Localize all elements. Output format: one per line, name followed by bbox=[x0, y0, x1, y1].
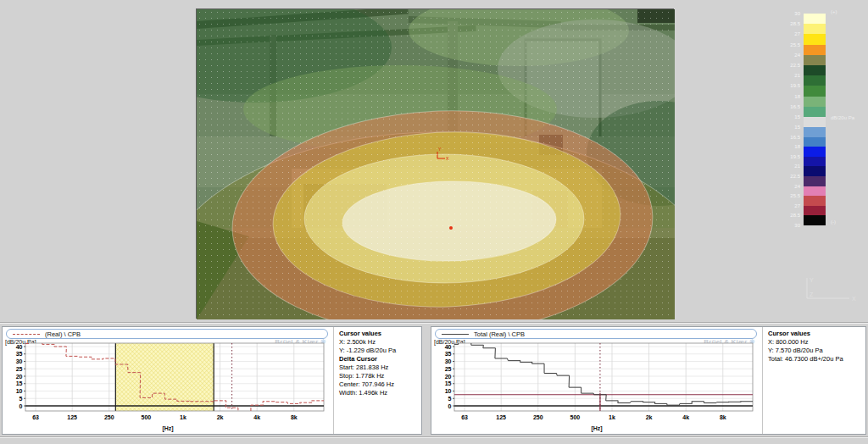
y-tick-label: 5 bbox=[448, 396, 452, 402]
colorbar-tick-label: 27 bbox=[763, 203, 800, 209]
y-tick-label: 20 bbox=[445, 374, 452, 380]
cursor-value-row: Width: 1.496k Hz bbox=[339, 389, 421, 397]
colorbar-tick-label: 25.5 bbox=[763, 193, 800, 199]
cursor-section-title: Cursor values bbox=[768, 330, 865, 338]
y-tick-label: 40 bbox=[16, 344, 23, 350]
x-tick-label: 63 bbox=[32, 414, 39, 420]
y-tick-label: 5 bbox=[19, 396, 23, 402]
colorbar-tick-label: 25.5 bbox=[763, 42, 800, 48]
colorbar-plus-sign: (+) bbox=[831, 9, 837, 14]
colorbar-unit-label: dB/20u Pa bbox=[831, 115, 854, 120]
colorbar-minus-sign: (-) bbox=[831, 219, 836, 225]
x-tick-label: 500 bbox=[570, 414, 581, 420]
x-tick-label: 2k bbox=[646, 414, 653, 420]
colorbar-segment-positive bbox=[804, 45, 826, 55]
colorbar-segment-positive bbox=[804, 24, 826, 34]
colorbar-tick-label: 24 bbox=[763, 184, 800, 190]
colorbar-tick-label: 18 bbox=[763, 144, 800, 150]
colorbar-tick-label: 22.5 bbox=[763, 174, 800, 180]
svg-text:Z: Z bbox=[810, 291, 814, 297]
cursor-value-row: Stop: 1.778k Hz bbox=[339, 372, 421, 380]
colorbar-segment-positive bbox=[804, 65, 826, 75]
cursor-value-row: X: 800.000 Hz bbox=[768, 338, 865, 347]
chart-area-total: Total (Real) \ CPB [dB/20u Pa] Brüel & K… bbox=[431, 327, 762, 434]
cursor-value-row: Center: 707.946 Hz bbox=[339, 380, 421, 389]
colorbar-segment-negative bbox=[804, 137, 826, 147]
colorbar-segment-negative bbox=[804, 166, 826, 176]
legend-label: (Real) \ CPB bbox=[45, 330, 81, 338]
cursor-values-panel-total: Cursor valuesX: 800.000 HzY: 7.570 dB/20… bbox=[762, 327, 865, 434]
x-tick-label: 8k bbox=[720, 414, 726, 420]
x-tick-label: 125 bbox=[67, 414, 77, 420]
colorbar-tick-label: 28.5 bbox=[763, 213, 800, 219]
noise-source-identification-window: { "window": { "background": "#d2d2d2" },… bbox=[0, 0, 868, 444]
colorbar-gap-segment bbox=[804, 117, 826, 127]
legend-line-sample bbox=[13, 334, 40, 335]
cpb-panel-total: Total (Real) \ CPB [dB/20u Pa] Brüel & K… bbox=[431, 326, 866, 435]
y-tick-label: 25 bbox=[445, 366, 452, 372]
svg-text:X: X bbox=[852, 296, 856, 302]
colorbar-tick-label: 27 bbox=[763, 31, 800, 37]
y-tick-label: 40 bbox=[445, 344, 452, 350]
cursor-section-title: Cursor values bbox=[339, 330, 421, 338]
x-tick-label: 63 bbox=[461, 414, 468, 420]
separator-highlight bbox=[0, 323, 868, 324]
colorbar-segment-negative bbox=[804, 215, 826, 225]
y-tick-label: 30 bbox=[445, 358, 452, 364]
colorbar-tick-label: 21 bbox=[763, 164, 800, 169]
cursor-value-row: Total: 46.7300 dB+/20u Pa bbox=[768, 355, 865, 364]
colorbar-segment-positive bbox=[804, 34, 826, 44]
chart-area-real: (Real) \ CPB [dB/20u Pa] Brüel & Kjær ❋ … bbox=[3, 327, 333, 434]
colorbar-tick-label: 16.5 bbox=[763, 104, 800, 110]
colorbar-tick-label: 24 bbox=[763, 53, 800, 58]
cursor-value-row: Start: 281.838 Hz bbox=[339, 364, 421, 372]
y-tick-label: 10 bbox=[445, 388, 452, 394]
colorbar-segment-negative bbox=[804, 186, 826, 197]
y-tick-label: 30 bbox=[16, 358, 23, 364]
colorbar-tick-label: 19.5 bbox=[763, 154, 800, 160]
y-tick-label: 15 bbox=[16, 380, 23, 386]
colorbar-segment-positive bbox=[804, 55, 826, 65]
x-tick-label: 4k bbox=[682, 414, 689, 420]
colorbar-segment-positive bbox=[804, 86, 826, 96]
colorbar-segment-negative bbox=[804, 176, 826, 186]
colorbar-segment-positive bbox=[804, 14, 826, 24]
x-tick-label: 500 bbox=[142, 414, 152, 420]
colorbar-segment-negative bbox=[804, 157, 826, 167]
colorbar-tick-label: 19.5 bbox=[763, 83, 800, 89]
cursor-value-row: X: 2.500k Hz bbox=[339, 338, 421, 347]
x-tick-label: 125 bbox=[496, 414, 506, 420]
cursor-value-row: Y: 7.570 dB/20u Pa bbox=[768, 347, 865, 355]
colorbar-tick-label: 28.5 bbox=[763, 21, 800, 27]
x-axis-unit-label: [Hz] bbox=[3, 425, 333, 431]
colorbar-tick-label: 30 bbox=[763, 11, 800, 17]
colorbar-tick-label: 15 bbox=[763, 114, 800, 120]
colorbar-segment-positive bbox=[804, 97, 826, 107]
y-tick-label: 35 bbox=[16, 351, 23, 357]
y-tick-label: 10 bbox=[16, 388, 23, 394]
colorbar-segment-negative bbox=[804, 127, 826, 137]
cursor-section-title: Delta Cursor bbox=[339, 355, 421, 364]
cursor-value-row: Y: -1.229 dB/20u Pa bbox=[339, 347, 421, 355]
plot-background bbox=[454, 343, 753, 411]
y-tick-label: 20 bbox=[16, 374, 23, 380]
svg-text:Y: Y bbox=[810, 277, 814, 283]
y-tick-label: 15 bbox=[445, 380, 452, 386]
legend-line-sample bbox=[442, 334, 469, 335]
cpb-spectrum-chart-total[interactable]: 0510152025303540631252505001k2k4k8k bbox=[431, 340, 762, 426]
colorbar-tick-label: 22.5 bbox=[763, 63, 800, 69]
legend-label: Total (Real) \ CPB bbox=[474, 330, 525, 338]
coordinate-axes-indicator: Y Z X bbox=[800, 273, 861, 307]
x-tick-label: 4k bbox=[253, 414, 260, 420]
x-tick-label: 1k bbox=[609, 414, 615, 420]
x-tick-label: 1k bbox=[180, 414, 186, 420]
colorbar-tick-label: 30 bbox=[763, 223, 800, 229]
cursor-values-panel-real: Cursor valuesX: 2.500k HzY: -1.229 dB/20… bbox=[333, 327, 421, 434]
cpb-spectrum-chart-real[interactable]: 0510152025303540631252505001k2k4k8k bbox=[3, 340, 333, 426]
acoustic-photo-map[interactable]: Y X bbox=[196, 8, 674, 319]
colorbar-tick-label: 15 bbox=[763, 125, 800, 130]
colorbar-tick-label: 16.5 bbox=[763, 135, 800, 141]
colorbar-segment-negative bbox=[804, 196, 826, 206]
peak-marker-dot bbox=[449, 226, 453, 230]
colorbar-tick-label: 18 bbox=[763, 94, 800, 100]
